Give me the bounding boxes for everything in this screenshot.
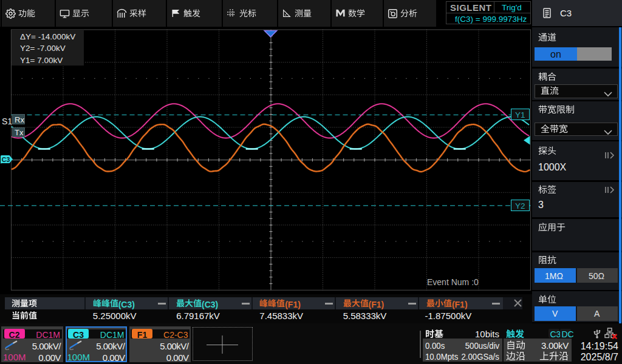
- svg-text:C3: C3: [2, 156, 10, 163]
